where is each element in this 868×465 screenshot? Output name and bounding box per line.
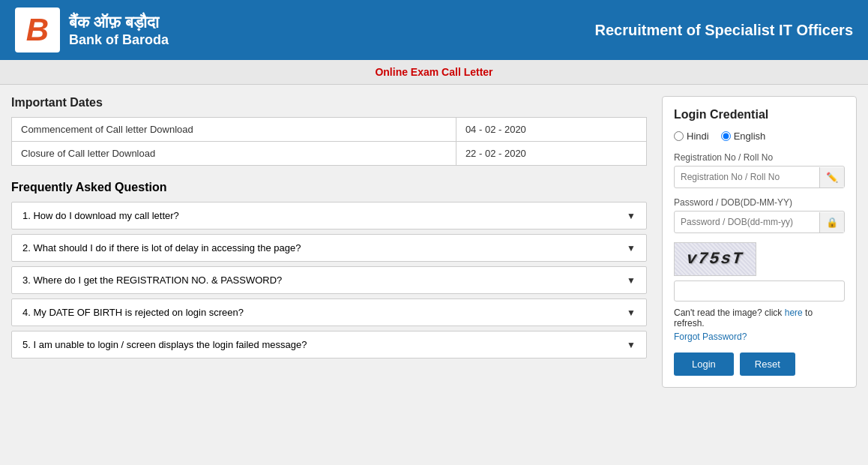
logo-text: बैंक ऑफ़ बड़ौदा Bank of Baroda <box>69 13 169 48</box>
edit-icon[interactable]: ✏️ <box>819 167 844 188</box>
pwd-input[interactable] <box>675 212 819 232</box>
login-panel: Login Credential Hindi English Registrat… <box>662 96 857 388</box>
chevron-down-icon: ▼ <box>627 243 636 254</box>
left-panel: Important Dates Commencement of Call let… <box>11 96 662 388</box>
lang-english-label: English <box>734 130 766 142</box>
pwd-field-label: Password / DOB(DD-MM-YY) <box>674 197 845 208</box>
table-row: Commencement of Call letter Download 04 … <box>12 118 647 142</box>
date-value: 04 - 02 - 2020 <box>456 118 646 142</box>
faq-item[interactable]: 2. What should I do if there is lot of d… <box>11 234 647 262</box>
reset-button[interactable]: Reset <box>740 352 795 376</box>
logo-english: Bank of Baroda <box>69 32 169 48</box>
faq-question: 2. What should I do if there is lot of d… <box>22 242 301 254</box>
chevron-down-icon: ▼ <box>627 308 636 318</box>
faq-question: 3. Where do I get the REGISTRATION NO. &… <box>22 274 282 286</box>
page-header: B बैंक ऑफ़ बड़ौदा Bank of Baroda Recruit… <box>0 0 868 60</box>
date-label: Commencement of Call letter Download <box>12 118 456 142</box>
login-title: Login Credential <box>674 108 845 122</box>
lock-icon: 🔒 <box>819 212 844 232</box>
captcha-image: v75sT <box>674 242 756 276</box>
pwd-input-group: 🔒 <box>674 211 845 233</box>
faq-question: 4. My DATE OF BIRTH is rejected on login… <box>22 307 244 318</box>
date-label: Closure of Call letter Download <box>12 142 456 166</box>
faq-item[interactable]: 4. My DATE OF BIRTH is rejected on login… <box>11 298 647 326</box>
reg-input-group: ✏️ <box>674 166 845 188</box>
faq-item[interactable]: 1. How do I download my call letter? ▼ <box>11 202 647 230</box>
language-selector: Hindi English <box>674 130 845 142</box>
bank-logo: B <box>15 8 60 52</box>
lang-english-option[interactable]: English <box>721 130 766 142</box>
chevron-down-icon: ▼ <box>627 340 636 350</box>
login-button[interactable]: Login <box>674 352 734 376</box>
captcha-refresh-link[interactable]: here <box>785 308 803 318</box>
faq-title: Frequently Asked Question <box>11 181 647 194</box>
date-value: 22 - 02 - 2020 <box>456 142 646 166</box>
reg-input[interactable] <box>675 166 819 188</box>
table-row: Closure of Call letter Download 22 - 02 … <box>12 142 647 166</box>
faq-item[interactable]: 5. I am unable to login / screen display… <box>11 331 647 358</box>
lang-hindi-label: Hindi <box>687 130 709 142</box>
lang-english-radio[interactable] <box>721 131 731 141</box>
faq-item[interactable]: 3. Where do I get the REGISTRATION NO. &… <box>11 266 647 294</box>
captcha-note: Can't read the image? click here to refr… <box>674 308 845 328</box>
important-dates-title: Important Dates <box>11 96 647 110</box>
sub-header: Online Exam Call Letter <box>0 60 868 85</box>
faq-list: 1. How do I download my call letter? ▼ 2… <box>11 202 647 358</box>
captcha-note-prefix: Can't read the image? click <box>674 308 785 318</box>
chevron-down-icon: ▼ <box>627 275 636 286</box>
lang-hindi-option[interactable]: Hindi <box>674 130 709 142</box>
sub-header-label: Online Exam Call Letter <box>375 66 492 78</box>
chevron-down-icon: ▼ <box>627 211 636 221</box>
logo-area: B बैंक ऑफ़ बड़ौदा Bank of Baroda <box>15 8 169 52</box>
header-title: Recruitment of Specialist IT Officers <box>594 22 853 39</box>
dates-table: Commencement of Call letter Download 04 … <box>11 117 647 166</box>
faq-question: 1. How do I download my call letter? <box>22 210 179 221</box>
forgot-password-link[interactable]: Forgot Password? <box>674 332 845 342</box>
captcha-text: v75sT <box>686 250 744 268</box>
main-content: Important Dates Commencement of Call let… <box>0 85 868 399</box>
lang-hindi-radio[interactable] <box>674 131 684 141</box>
faq-question: 5. I am unable to login / screen display… <box>22 339 307 350</box>
login-buttons: Login Reset <box>674 352 845 376</box>
reg-field-label: Registration No / Roll No <box>674 152 845 163</box>
logo-hindi: बैंक ऑफ़ बड़ौदा <box>69 13 169 32</box>
captcha-input[interactable] <box>674 280 845 302</box>
